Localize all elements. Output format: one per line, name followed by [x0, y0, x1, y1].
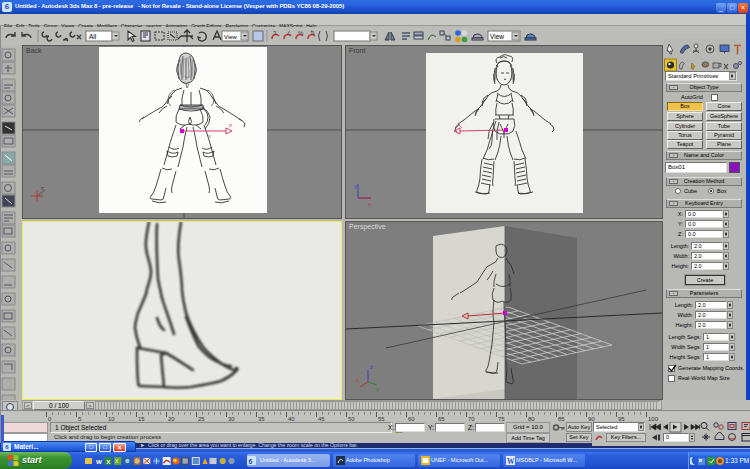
svg-text:z: z: [370, 364, 373, 370]
svg-text:All: All: [89, 33, 97, 40]
svg-text:View: View: [224, 34, 238, 40]
svg-text:y: y: [354, 183, 357, 189]
svg-text:W: W: [507, 457, 515, 466]
svg-text:%: %: [298, 30, 304, 36]
svg-text:W: W: [96, 457, 102, 464]
svg-text:y: y: [376, 386, 379, 392]
svg-text:∠: ∠: [286, 30, 291, 36]
svg-text:z: z: [229, 122, 232, 128]
svg-text:z: z: [41, 185, 44, 191]
svg-text:X: X: [115, 458, 119, 464]
svg-text:x: x: [356, 377, 359, 383]
svg-text:⇅: ⇅: [310, 30, 315, 36]
svg-text:6: 6: [249, 458, 253, 465]
svg-text:x: x: [208, 133, 211, 139]
svg-text:x: x: [368, 201, 371, 207]
svg-text:View: View: [490, 33, 504, 40]
